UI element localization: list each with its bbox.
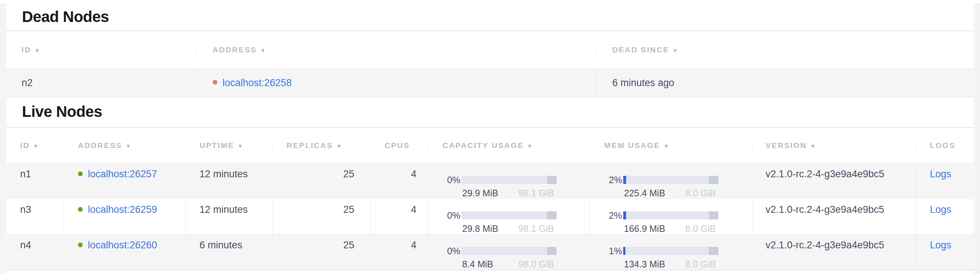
column-header-label: REPLICAS: [286, 141, 333, 150]
sort-arrow-icon: ▼: [663, 143, 669, 149]
capacity-usage-percent: 0%: [442, 245, 461, 257]
column-header-label: CPUS: [385, 141, 410, 150]
capacity-used-value: 8.4 MiB: [462, 259, 493, 269]
mem-usage-bar-endcap: [709, 211, 718, 220]
mem-usage-bar: [623, 211, 718, 220]
column-header-label: ID: [20, 141, 30, 150]
dead-status-icon: [213, 80, 217, 84]
mem-used-value: 166.9 MiB: [624, 223, 665, 234]
node-address-cell: localhost:26257: [64, 163, 186, 199]
mem-usage-cell: 1%134.3 MiB8.0 GiB: [589, 234, 752, 269]
table-row-live-node-n4: n4localhost:262606 minutes2540%8.4 MiB98…: [6, 234, 974, 269]
node-address-link[interactable]: localhost:26260: [88, 240, 157, 250]
column-header-label: MEM USAGE: [604, 141, 660, 150]
capacity-usage-percent: 0%: [442, 210, 461, 221]
column-header-label: VERSION: [765, 141, 807, 150]
column-header-label: ADDRESS: [78, 141, 122, 150]
column-header-address[interactable]: ADDRESS▼: [197, 45, 596, 54]
column-header-replicas[interactable]: REPLICAS▼: [272, 141, 370, 150]
live-status-icon: [78, 171, 83, 176]
live-nodes-table: ID▼ADDRESS▼UPTIME▼REPLICAS▼CPUSCAPACITY …: [6, 127, 974, 270]
table-header-row: ID▼ADDRESS▼DEAD SINCE▼: [6, 30, 974, 68]
column-header-cpus: CPUS: [370, 141, 428, 150]
capacity-usage-bar: [461, 211, 557, 220]
node-logs-link[interactable]: Logs: [930, 204, 951, 215]
logs-cell: Logs: [916, 163, 974, 199]
replicas-cell: 25: [272, 199, 370, 234]
cpus-cell: 4: [370, 199, 428, 234]
capacity-usage-cell: 0%8.4 MiB98.0 GiB: [442, 239, 589, 269]
mem-usage-bar-fill: [623, 211, 626, 220]
uptime-cell: 12 minutes: [186, 199, 272, 234]
capacity-usage-cell: 0%29.8 MiB98.1 GiB: [428, 199, 589, 234]
capacity-usage-labels: 29.8 MiB98.1 GiB: [461, 223, 557, 234]
column-header-capacity-usage[interactable]: CAPACITY USAGE▼: [428, 141, 589, 150]
column-header-label: DEAD SINCE: [612, 45, 669, 54]
uptime-cell: 12 minutes: [186, 163, 272, 199]
column-header-address[interactable]: ADDRESS▼: [64, 141, 186, 150]
sort-arrow-icon: ▼: [33, 143, 38, 149]
mem-usage-labels: 134.3 MiB8.0 GiB: [623, 259, 718, 269]
mem-bar-line: 1%: [604, 245, 752, 257]
capacity-usage-cell: 0%29.9 MiB98.1 GiB: [428, 163, 589, 199]
mem-used-value: 134.3 MiB: [624, 259, 665, 269]
column-header-uptime[interactable]: UPTIME▼: [186, 141, 272, 150]
mem-usage-cell: 1%134.3 MiB8.0 GiB: [604, 239, 752, 269]
sort-arrow-icon: ▼: [260, 47, 266, 54]
node-address-cell: localhost:26259: [64, 199, 186, 234]
capacity-usage-cell: 0%8.4 MiB98.0 GiB: [428, 234, 589, 269]
mem-usage-percent: 2%: [604, 210, 623, 221]
column-header-version[interactable]: VERSION▼: [752, 141, 916, 150]
mem-bar-line: 2%: [604, 210, 752, 221]
dead-since-cell: 6 minutes ago: [596, 69, 974, 97]
version-cell: v2.1.0-rc.2-4-g3e9a4e9bc5: [752, 163, 916, 199]
node-address-link[interactable]: localhost:26257: [88, 169, 157, 180]
column-header-id[interactable]: ID▼: [6, 141, 64, 150]
column-header-id[interactable]: ID▼: [6, 45, 197, 54]
mem-usage-labels: 166.9 MiB8.0 GiB: [623, 223, 718, 234]
capacity-used-value: 29.8 MiB: [462, 223, 498, 234]
capacity-total-value: 98.1 GiB: [519, 223, 554, 234]
mem-usage-percent: 1%: [604, 245, 623, 257]
mem-usage-bar-endcap: [709, 247, 718, 255]
capacity-usage-bar: [461, 247, 557, 255]
mem-usage-bar-fill: [623, 176, 626, 184]
mem-usage-bar-endcap: [709, 176, 718, 184]
node-address-link[interactable]: localhost:26258: [223, 77, 292, 89]
table-row-live-node-n1: n1localhost:2625712 minutes2540%29.9 MiB…: [6, 163, 974, 199]
capacity-total-value: 98.1 GiB: [519, 188, 554, 198]
node-address-link[interactable]: localhost:26259: [88, 204, 157, 215]
table-header-row: ID▼ADDRESS▼UPTIME▼REPLICAS▼CPUSCAPACITY …: [6, 127, 974, 163]
version-cell: v2.1.0-rc.2-4-g3e9a4e9bc5: [752, 234, 916, 269]
version-cell: v2.1.0-rc.2-4-g3e9a4e9bc5: [752, 199, 916, 234]
node-address-cell: localhost:26260: [64, 234, 186, 269]
sort-arrow-icon: ▼: [34, 47, 40, 54]
mem-total-value: 8.0 GiB: [686, 223, 716, 234]
capacity-used-value: 29.9 MiB: [462, 188, 498, 198]
column-header-dead-since[interactable]: DEAD SINCE▼: [596, 45, 974, 54]
capacity-usage-bar-endcap: [547, 211, 557, 220]
replicas-cell: 25: [272, 234, 370, 269]
mem-usage-labels: 225.4 MiB8.0 GiB: [623, 188, 718, 198]
mem-bar-line: 2%: [604, 174, 752, 186]
column-header-label: LOGS: [930, 141, 956, 150]
node-logs-link[interactable]: Logs: [930, 169, 951, 180]
node-id-cell: n4: [6, 234, 64, 269]
uptime-cell: 6 minutes: [186, 234, 272, 269]
column-header-label: UPTIME: [199, 141, 234, 150]
mem-usage-percent: 2%: [604, 174, 623, 186]
sort-arrow-icon: ▼: [237, 143, 243, 149]
mem-total-value: 8.0 GiB: [686, 188, 716, 198]
node-logs-link[interactable]: Logs: [930, 240, 951, 250]
dead-nodes-table: ID▼ADDRESS▼DEAD SINCE▼n2localhost:262586…: [6, 30, 974, 97]
node-id-cell: n3: [6, 199, 64, 234]
column-header-label: CAPACITY USAGE: [442, 141, 523, 150]
column-header-logs: LOGS: [916, 141, 974, 150]
cpus-cell: 4: [370, 163, 428, 199]
column-header-label: ID: [22, 45, 31, 54]
sort-arrow-icon: ▼: [126, 143, 131, 149]
column-header-mem-usage[interactable]: MEM USAGE▼: [589, 141, 752, 150]
capacity-usage-labels: 29.9 MiB98.1 GiB: [461, 188, 557, 198]
mem-usage-cell: 2%166.9 MiB8.0 GiB: [589, 199, 752, 234]
dead-nodes-title: Dead Nodes: [22, 8, 109, 25]
